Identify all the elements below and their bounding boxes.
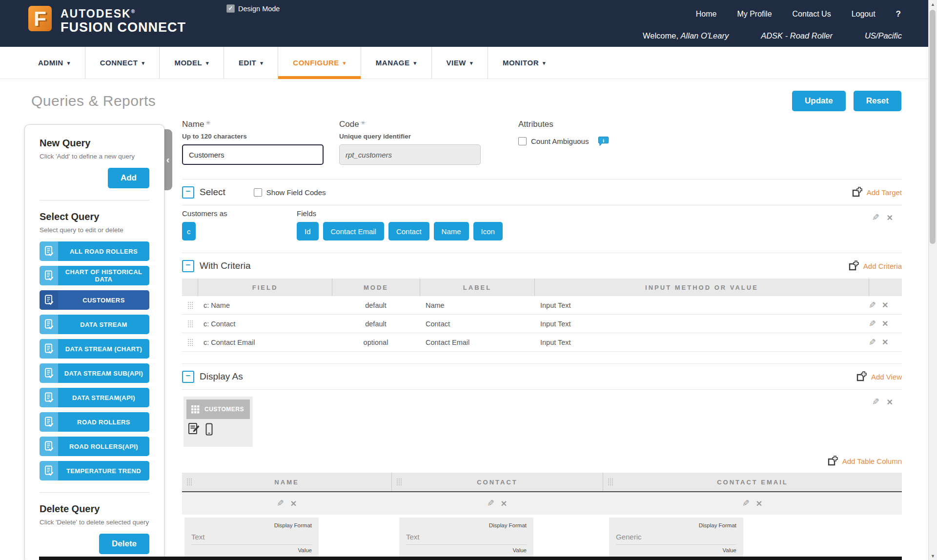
edit-criteria-icon[interactable]: ✎ (869, 300, 876, 311)
display-format-value[interactable]: Generic (616, 528, 736, 545)
display-format-value[interactable]: Text (191, 528, 312, 545)
display-format-value[interactable]: Text (406, 528, 527, 545)
result-table-format-row: Display Format Text Value c: Name Displa… (182, 518, 902, 560)
query-list-item[interactable]: DATA STREAM (40, 315, 149, 334)
help-icon[interactable]: ? (896, 9, 901, 19)
drag-handle-icon[interactable] (396, 478, 402, 485)
form-view-icon[interactable] (188, 422, 201, 436)
delete-criteria-icon[interactable]: ✕ (882, 319, 888, 328)
field-chip[interactable]: Icon (473, 222, 503, 240)
code-label: Code (339, 120, 359, 129)
locale[interactable]: US/Pacific (865, 31, 902, 40)
name-input[interactable] (182, 144, 324, 165)
mobile-view-icon[interactable] (205, 423, 213, 436)
drag-handle-icon[interactable] (608, 478, 613, 485)
query-list-item[interactable]: ROAD ROLLERS(API) (40, 437, 149, 456)
field-chip[interactable]: Id (297, 222, 319, 240)
delete-criteria-icon[interactable]: ✕ (882, 338, 888, 347)
field-chip[interactable]: Contact (388, 222, 429, 240)
drag-handle-icon[interactable] (187, 320, 193, 327)
count-ambiguous-checkbox[interactable] (518, 137, 527, 145)
query-list-item[interactable]: ALL ROAD ROLLERS (40, 241, 149, 261)
menu-item[interactable]: VIEW ▾ (431, 47, 488, 79)
update-button[interactable]: Update (792, 91, 846, 111)
name-label: Name (182, 120, 204, 129)
info-tooltip-icon[interactable]: i (598, 136, 609, 146)
menu-item[interactable]: EDIT ▾ (224, 47, 278, 79)
page-scrollbar[interactable]: ▲ ▼ (928, 0, 937, 560)
value-label: Value (616, 547, 736, 553)
result-column-header: CONTACT EMAIL (603, 473, 902, 491)
field-chip[interactable]: Contact Email (323, 222, 384, 240)
delete-query-title: Delete Query (40, 503, 149, 515)
reset-button[interactable]: Reset (854, 91, 901, 111)
header-link[interactable]: Home (696, 10, 717, 19)
query-document-icon (40, 266, 58, 285)
view-tile-header[interactable]: CUSTOMERS (186, 400, 250, 419)
menu-item[interactable]: MONITOR ▾ (488, 47, 560, 79)
field-chip[interactable]: Name (434, 222, 469, 240)
add-query-button[interactable]: Add (108, 168, 149, 188)
delete-column-icon[interactable]: ✕ (756, 499, 762, 508)
menu-item[interactable]: CONNECT ▾ (85, 47, 160, 79)
menu-item[interactable]: MODEL ▾ (159, 47, 224, 79)
criteria-input-method: Input Text (534, 320, 869, 328)
query-list-item-label: DATA STREAM (58, 315, 149, 334)
drag-handle-icon[interactable] (187, 339, 193, 346)
display-format-label: Display Format (616, 522, 736, 528)
query-list-item[interactable]: TEMPERATURE TREND (40, 461, 149, 480)
sidebar-collapse-handle[interactable]: ‹ (163, 129, 172, 190)
edit-target-icon[interactable]: ✎ (872, 212, 879, 223)
design-mode-checkbox[interactable]: ✓ (226, 4, 235, 13)
delete-target-icon[interactable]: ✕ (887, 213, 893, 222)
collapse-section-icon[interactable]: − (182, 260, 194, 272)
delete-column-icon[interactable]: ✕ (290, 499, 297, 508)
query-list-item[interactable]: DATA STREAM (CHART) (40, 339, 149, 359)
edit-column-icon[interactable]: ✎ (277, 498, 284, 509)
delete-column-icon[interactable]: ✕ (501, 499, 507, 508)
divider (40, 492, 149, 493)
query-sidebar: New Query Click 'Add' to define a new qu… (24, 124, 164, 560)
query-list-item[interactable]: CHART OF HISTORICAL DATA (40, 266, 149, 285)
delete-criteria-icon[interactable]: ✕ (882, 300, 888, 310)
add-table-column-link[interactable]: Add Table Column (827, 456, 902, 466)
alias-chip[interactable]: c (182, 222, 196, 240)
edit-criteria-icon[interactable]: ✎ (869, 337, 876, 348)
delete-query-button[interactable]: Delete (99, 534, 149, 554)
edit-column-icon[interactable]: ✎ (487, 498, 494, 509)
result-table-header: NAME CONTACT CONTACT EMAIL (182, 473, 902, 492)
edit-view-icon[interactable]: ✎ (872, 397, 879, 407)
query-list-item[interactable]: CUSTOMERS (40, 290, 149, 310)
edit-column-icon[interactable]: ✎ (742, 498, 750, 509)
drag-handle-icon[interactable] (186, 478, 192, 485)
value-label: Value (191, 547, 312, 553)
edit-criteria-icon[interactable]: ✎ (869, 319, 876, 329)
view-tile-label: CUSTOMERS (204, 406, 244, 413)
add-criteria-link[interactable]: Add Criteria (848, 260, 902, 271)
menu-item[interactable]: ADMIN ▾ (23, 47, 85, 79)
fields-label: Fields (297, 209, 503, 218)
delete-view-icon[interactable]: ✕ (887, 398, 893, 407)
collapse-section-icon[interactable]: − (182, 371, 194, 383)
query-list-item[interactable]: DATA STREAM(API) (40, 388, 149, 407)
header-link[interactable]: Logout (852, 10, 876, 19)
design-mode-toggle[interactable]: ✓ Design Mode (226, 4, 280, 13)
scrollbar-thumb[interactable] (930, 10, 936, 244)
collapse-section-icon[interactable]: − (182, 186, 194, 199)
header-link[interactable]: Contact Us (793, 10, 831, 19)
drag-handle-icon[interactable] (187, 301, 193, 309)
result-column-header: NAME (182, 473, 391, 491)
app-window: F F AUTODESK® FUSION CONNECT ✓ Design Mo… (0, 0, 937, 560)
scroll-down-icon[interactable]: ▼ (929, 552, 937, 560)
show-field-codes-checkbox[interactable] (254, 188, 262, 197)
query-list-item[interactable]: DATA STREAM SUB(API) (40, 363, 149, 383)
query-list-item[interactable]: ROAD ROLLERS (40, 412, 149, 432)
header-link[interactable]: My Profile (737, 10, 772, 19)
menu-item[interactable]: MANAGE ▾ (361, 47, 431, 79)
add-target-link[interactable]: Add Target (852, 187, 902, 198)
menu-item[interactable]: CONFIGURE ▾ (278, 47, 361, 79)
add-view-link[interactable]: Add View (856, 371, 902, 382)
chevron-down-icon: ▾ (67, 59, 70, 66)
scroll-up-icon[interactable]: ▲ (929, 0, 937, 8)
account-name[interactable]: ADSK - Road Roller (761, 31, 833, 40)
